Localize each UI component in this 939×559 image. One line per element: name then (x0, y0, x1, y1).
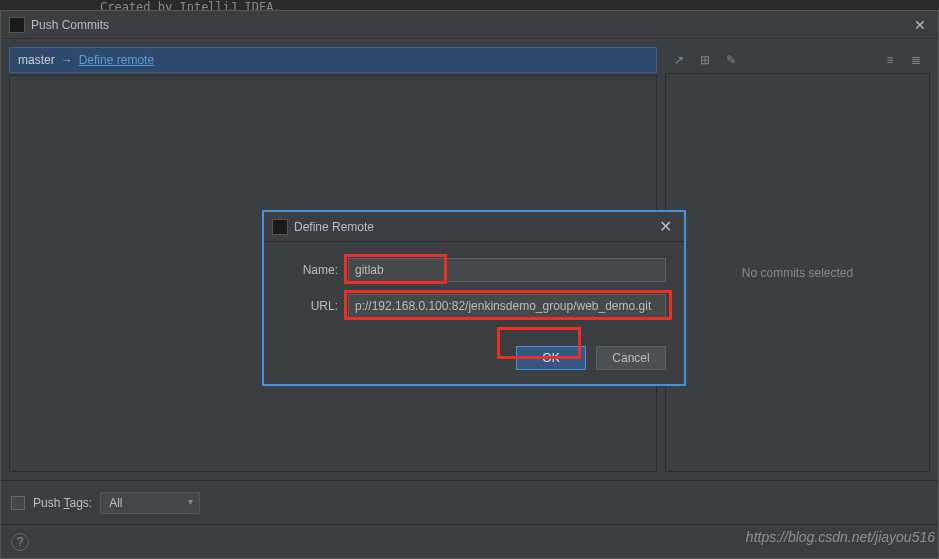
file-viewer: No commits selected (665, 73, 930, 472)
branch-label: master (18, 53, 55, 67)
define-remote-dialog: Define Remote ✕ Name: URL: OK Cancel (262, 210, 686, 386)
right-panel: ↗ ⊞ ✎ ≡ ≣ No commits selected (665, 47, 930, 472)
push-tags-checkbox[interactable] (11, 496, 25, 510)
collapse-all-icon[interactable]: ≣ (908, 52, 924, 68)
editor-fragment: Created by IntelliJ IDEA. (0, 0, 939, 10)
url-field[interactable] (348, 294, 666, 318)
cancel-button[interactable]: Cancel (596, 346, 666, 370)
group-by-icon[interactable]: ⊞ (697, 52, 713, 68)
url-label: URL: (282, 299, 338, 313)
push-tags-label: Push Tags: (33, 496, 92, 510)
titlebar: Push Commits ✕ (1, 11, 938, 39)
intellij-icon (272, 219, 288, 235)
ok-button[interactable]: OK (516, 346, 586, 370)
modal-body: Name: URL: (264, 242, 684, 338)
help-icon[interactable]: ? (11, 533, 29, 551)
url-row: URL: (282, 294, 666, 318)
name-label: Name: (282, 263, 338, 277)
intellij-icon (9, 17, 25, 33)
right-toolbar: ↗ ⊞ ✎ ≡ ≣ (665, 47, 930, 73)
name-field[interactable] (348, 258, 666, 282)
bottom-bar: Push Tags: All (1, 480, 938, 524)
modal-titlebar: Define Remote ✕ (264, 212, 684, 242)
push-tags-dropdown[interactable]: All (100, 492, 200, 514)
window-title: Push Commits (31, 18, 910, 32)
modal-title: Define Remote (294, 220, 655, 234)
modal-close-icon[interactable]: ✕ (655, 217, 676, 236)
define-remote-link[interactable]: Define remote (79, 53, 154, 67)
name-row: Name: (282, 258, 666, 282)
expand-all-icon[interactable]: ≡ (882, 52, 898, 68)
arrow-icon: → (61, 53, 73, 67)
modal-buttons: OK Cancel (264, 338, 684, 384)
watermark: https://blog.csdn.net/jiayou516 (746, 529, 935, 545)
show-diff-icon[interactable]: ↗ (671, 52, 687, 68)
close-icon[interactable]: ✕ (910, 17, 930, 33)
empty-message: No commits selected (742, 266, 853, 280)
edit-icon[interactable]: ✎ (723, 52, 739, 68)
branch-bar: master → Define remote (9, 47, 657, 73)
